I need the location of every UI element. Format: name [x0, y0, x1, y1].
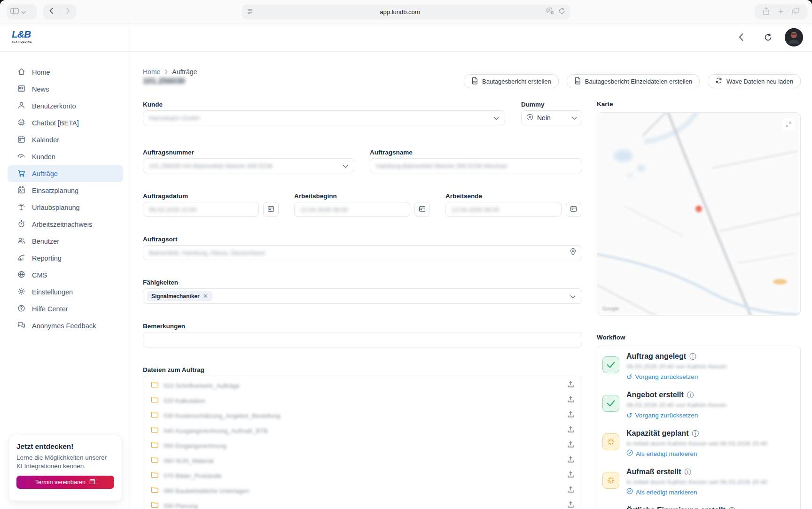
logo[interactable]: L&B TEX HOLDING: [0, 23, 131, 52]
auftragsort-input[interactable]: Bahrenfeld, Hamburg, Altona, Deutschland: [143, 245, 582, 260]
translate-icon[interactable]: A文: [547, 8, 554, 16]
bautagesbericht-einzeldateien-button[interactable]: PDF Bautagesbericht Einzeldateien erstel…: [567, 74, 700, 88]
avatar[interactable]: [785, 28, 803, 46]
sidebar-item-einstellungen[interactable]: Einstellungen: [8, 284, 123, 301]
folder-icon: [151, 471, 158, 480]
reload-icon[interactable]: [558, 8, 565, 16]
upload-icon[interactable]: [567, 441, 574, 450]
news-icon: [17, 84, 26, 94]
bemerkungen-input[interactable]: [143, 332, 582, 347]
sidebar-item-auftraege[interactable]: Aufträge: [8, 165, 123, 182]
sidebar-item-hilfe-center[interactable]: Hilfe Center: [8, 301, 123, 317]
gear-icon: [17, 287, 26, 297]
dummy-select[interactable]: Nein: [521, 110, 582, 125]
button-label: Bautagesbericht Einzeldateien erstellen: [585, 78, 692, 85]
breadcrumb-auftraege[interactable]: Aufträge: [172, 68, 197, 76]
upload-icon[interactable]: [567, 411, 574, 420]
wave-dateien-neu-laden-button[interactable]: Wave Dateien neu laden: [708, 74, 801, 88]
reset-step-link[interactable]: ↺Vorgang zurücksetzen: [626, 372, 726, 381]
help-icon: [17, 304, 26, 314]
reader-icon[interactable]: [247, 8, 253, 16]
files-panel: 010 Schriftverkehr_Aufträge 020 Kalkulat…: [143, 376, 582, 509]
arbeitsbeginn-input[interactable]: 12.04.2026 08:00: [294, 202, 410, 217]
map-expand-button[interactable]: [782, 118, 795, 131]
sidebar-item-einsatzplanung[interactable]: Einsatzplanung: [8, 182, 123, 199]
share-icon[interactable]: [763, 7, 770, 17]
faehigkeiten-multiselect[interactable]: Signalmechaniker ✕: [143, 288, 582, 304]
sidebar-item-anonymes-feedback[interactable]: Anonymes Feedback: [8, 317, 123, 334]
file-row[interactable]: 090 Planung: [143, 498, 582, 509]
file-row[interactable]: 030 Kostenschätzung_Angebot_Bestellung: [143, 408, 582, 423]
palm-icon: [17, 202, 26, 213]
upload-icon[interactable]: [567, 426, 574, 435]
file-row[interactable]: 050 Eingangsrechnung: [143, 438, 582, 453]
chevron-down-icon: [570, 292, 576, 301]
location-pin-icon: [570, 248, 576, 257]
upload-icon[interactable]: [567, 486, 574, 495]
upload-icon[interactable]: [567, 456, 574, 465]
workflow-item: Örtliche Einweisung erstelltⓘ: [602, 506, 793, 509]
file-row[interactable]: 080 Baubetriebliche Unterlagen: [143, 483, 582, 498]
mark-done-link[interactable]: Als erledigt markieren: [626, 488, 767, 497]
home-icon: [17, 67, 26, 77]
upload-icon[interactable]: [567, 396, 574, 405]
kunde-select[interactable]: Hansebahn GmbH: [143, 110, 505, 125]
breadcrumb-home[interactable]: Home: [143, 68, 160, 76]
arbeitsende-calendar-button[interactable]: [566, 202, 581, 217]
sidebar-item-benutzer[interactable]: Benutzer: [8, 233, 123, 250]
sidebar-item-chatbot[interactable]: AI Chatbot [BETA]: [8, 115, 123, 131]
sidebar-item-home[interactable]: Home: [8, 64, 123, 81]
sidebar-item-arbeitszeitnachweis[interactable]: Arbeitszeitnachweis: [8, 216, 123, 233]
workflow-panel: Auftrag angelegtⓘ 06.03.2026 20:40 von K…: [597, 346, 801, 509]
dateien-label: Dateien zum Auftrag: [143, 366, 582, 375]
reset-step-link[interactable]: ↺Vorgang zurücksetzen: [626, 411, 726, 420]
sidebar-item-reporting[interactable]: Reporting: [8, 250, 123, 267]
panes-icon[interactable]: [10, 8, 19, 16]
map[interactable]: Google: [597, 112, 801, 316]
sidebar-item-cms[interactable]: CMS: [8, 267, 123, 284]
upload-icon[interactable]: [567, 381, 574, 390]
sidebar-item-label: Kunden: [32, 153, 55, 161]
new-tab-icon[interactable]: +: [778, 7, 783, 17]
file-row[interactable]: 020 Kalkulation: [143, 393, 582, 408]
tabs-icon[interactable]: [792, 8, 799, 16]
file-row[interactable]: 070 Bilder_Protokolle: [143, 468, 582, 483]
sidebar-item-label: CMS: [32, 271, 47, 279]
back-icon[interactable]: [739, 33, 744, 43]
remove-tag-icon[interactable]: ✕: [203, 293, 208, 300]
kunde-value: Hansebahn GmbH: [149, 115, 200, 122]
info-icon[interactable]: ⓘ: [684, 467, 691, 477]
info-icon[interactable]: ⓘ: [689, 352, 696, 361]
file-row[interactable]: 060 NUN_Material: [143, 453, 582, 468]
address-bar[interactable]: app.lundb.com A文: [242, 5, 570, 19]
upload-icon[interactable]: [567, 501, 574, 509]
sidebar-item-urlaubsplanung[interactable]: Urlaubsplanung: [8, 199, 123, 216]
upload-icon[interactable]: [567, 471, 574, 480]
info-icon[interactable]: ⓘ: [687, 390, 694, 400]
auftragsdatum-input[interactable]: 06.03.2026 10:00: [143, 202, 259, 217]
back-icon[interactable]: [49, 8, 54, 16]
arbeitsende-input[interactable]: 13.04.2026 08:00: [445, 202, 562, 217]
auftragsdatum-calendar-button[interactable]: [263, 202, 279, 217]
arbeitsbeginn-calendar-button[interactable]: [414, 202, 430, 217]
forward-icon[interactable]: [66, 8, 70, 16]
app-root: L&B TEX HOLDING Home News Benutzerkonto …: [0, 23, 812, 509]
sidebar-item-label: Aufträge: [32, 170, 58, 177]
auftragsname-input[interactable]: Hamburg-Bahrenfeld Weiche 306 ECM-Wechse…: [370, 158, 582, 173]
auftragsnummer-select[interactable]: 101.256030 HH-Bahrenfeld Weiche 306 ECM: [143, 158, 354, 173]
file-row[interactable]: 010 Schriftverkehr_Aufträge: [143, 378, 582, 393]
info-icon[interactable]: ⓘ: [692, 429, 698, 438]
promo-title: Jetzt entdecken!: [16, 442, 114, 451]
mark-done-link[interactable]: Als erledigt markieren: [626, 449, 767, 458]
file-row[interactable]: 040 Ausgangsrechnung_Aufmaß_BTB: [143, 423, 582, 438]
schedule-appointment-button[interactable]: Termin vereinbaren: [16, 476, 114, 489]
sidebar-item-kunden[interactable]: Kunden: [8, 148, 123, 165]
sidebar-item-benutzerkonto[interactable]: Benutzerkonto: [8, 98, 123, 115]
chevron-down-icon[interactable]: [21, 8, 26, 16]
sidebar-item-kalender[interactable]: Kalender: [8, 131, 123, 148]
breadcrumb: Home Aufträge: [143, 68, 582, 76]
reload-icon[interactable]: [764, 33, 773, 44]
sidebar-item-news[interactable]: News: [8, 81, 123, 98]
folder-icon: [151, 381, 158, 390]
info-icon[interactable]: ⓘ: [729, 506, 735, 509]
